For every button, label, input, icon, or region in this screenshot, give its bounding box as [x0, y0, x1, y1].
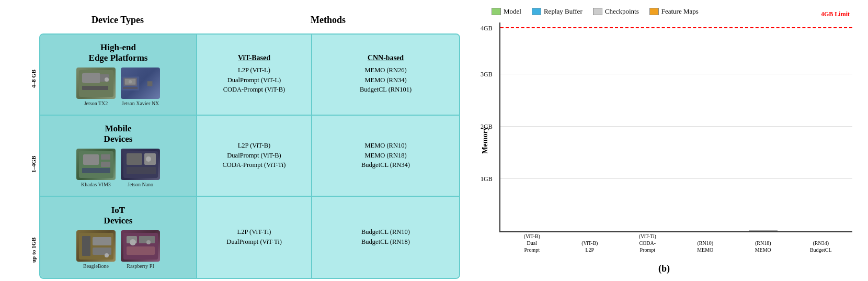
y-tick-1gb: 1GB — [481, 175, 493, 183]
device-img-box-khadas: Khadas VIM3 — [76, 149, 116, 187]
jetson-xavier-image — [121, 68, 160, 99]
feature-maps-legend-box — [649, 8, 659, 15]
model-legend-label: Model — [504, 7, 521, 16]
svg-rect-0 — [79, 70, 113, 97]
cell-cnn-highend: CNN-based MEMO (RN26)MEMO (RN34)BudgetCL… — [312, 35, 459, 115]
table-row: MobileDevices — [40, 116, 459, 197]
cnn-header-1: CNN-based — [368, 54, 404, 62]
bar-column-3: (ViT-Ti)CODA-Prompt — [619, 23, 677, 231]
bar-column-4: (RN10)MEMO — [677, 23, 735, 231]
bar-label-3: (ViT-Ti)CODA-Prompt — [631, 233, 665, 253]
svg-point-30 — [146, 240, 151, 244]
svg-rect-13 — [101, 162, 110, 167]
jetson-tx2-label: Jetson TX2 — [84, 100, 108, 106]
device-img-box-tx2: Jetson TX2 — [76, 68, 116, 106]
cell-device-highend: High-endEdge Platforms — [40, 35, 197, 115]
cnn-methods-1: MEMO (RN26)MEMO (RN34)BudgetCL (RN101) — [360, 65, 412, 95]
table-header: Device Types Methods — [39, 7, 460, 33]
bar-label-4: (RN10)MEMO — [690, 240, 721, 253]
legend-checkpoints: Checkpoints — [593, 7, 639, 16]
legend-model: Model — [492, 7, 521, 16]
vit-methods-1: L2P (ViT-L)DualPrompt (ViT-L)CODA-Prompt… — [223, 65, 285, 95]
device-images-2: Khadas VIM3 — [76, 149, 160, 187]
model-legend-box — [492, 8, 501, 15]
cell-cnn-mobile: MEMO (RN10)MEMO (RN18)BudgetCL (RN34) — [312, 116, 459, 196]
raspberry-pi-label: Raspberry PI — [127, 263, 154, 269]
bar-stack-5 — [749, 230, 778, 231]
y-tick-4gb: 4GB — [481, 25, 493, 32]
svg-rect-12 — [101, 154, 110, 160]
svg-rect-21 — [82, 236, 90, 256]
svg-rect-16 — [127, 153, 142, 165]
bar-label-5: (RN18)MEMO — [747, 240, 779, 253]
device-types-header: Device Types — [39, 15, 196, 26]
beaglebone-image — [76, 230, 116, 262]
device-img-box-beaglebone: BeagleBone — [76, 230, 116, 269]
raspberry-pi-image — [121, 230, 160, 262]
svg-rect-11 — [83, 154, 99, 165]
bar-column-1: (ViT-B)DualPrompt — [503, 23, 561, 231]
bars-container: (ViT-B)DualPrompt (ViT-B)L2P — [500, 23, 852, 231]
row-label-1: 4–8 GB — [30, 38, 37, 119]
row-labels: 4–8 GB 1–4GB up to 1GB — [10, 7, 39, 282]
methods-header: Methods — [196, 15, 460, 26]
svg-point-9 — [129, 80, 132, 83]
device-images-1: Jetson TX2 — [76, 68, 160, 106]
svg-rect-23 — [93, 248, 111, 255]
khadas-label: Khadas VIM3 — [81, 182, 111, 187]
bar-label-2: (ViT-B)L2P — [574, 240, 606, 253]
jetson-nano-label: Jetson Nano — [128, 182, 153, 187]
cnn-methods-3: BudgetCL (RN10)BudgetCL (RN18) — [361, 227, 410, 247]
vit-methods-2: L2P (ViT-B)DualPrompt (ViT-B)CODA-Prompt… — [223, 141, 286, 170]
table-body: High-endEdge Platforms — [39, 33, 460, 279]
svg-point-29 — [130, 239, 136, 245]
bar-label-6: (RN34)BudgetCL — [804, 240, 838, 253]
jetson-xavier-label: Jetson Xavier NX — [122, 100, 159, 106]
left-panel: 4–8 GB 1–4GB up to 1GB Device Types Meth… — [10, 7, 460, 282]
device-category-1: High-endEdge Platforms — [89, 42, 148, 64]
device-category-2: MobileDevices — [104, 123, 133, 145]
device-category-3: IoTDevices — [104, 205, 133, 227]
svg-rect-3 — [82, 86, 108, 90]
legend-feature-maps: Feature Maps — [649, 7, 699, 16]
device-images-3: BeagleBone — [76, 230, 160, 269]
cell-vit-highend: ViT-Based L2P (ViT-L)DualPrompt (ViT-L)C… — [197, 35, 312, 115]
device-img-box-xavier: Jetson Xavier NX — [121, 68, 160, 106]
svg-rect-1 — [82, 73, 97, 83]
cell-vit-iot: L2P (ViT-Ti)DualPrompt (ViT-Ti) — [197, 197, 312, 278]
cell-vit-mobile: L2P (ViT-B)DualPrompt (ViT-B)CODA-Prompt… — [197, 116, 312, 196]
replay-legend-label: Replay Buffer — [544, 7, 583, 16]
vit-methods-3: L2P (ViT-Ti)DualPrompt (ViT-Ti) — [226, 227, 282, 247]
legend-replay-buffer: Replay Buffer — [532, 7, 583, 16]
svg-rect-18 — [127, 167, 156, 174]
bar-label-1: (ViT-B)DualPrompt — [516, 233, 547, 253]
cell-cnn-iot: BudgetCL (RN10)BudgetCL (RN18) — [312, 197, 459, 278]
svg-rect-14 — [82, 168, 110, 173]
checkpoints-legend-label: Checkpoints — [605, 7, 639, 16]
jetson-nano-image — [121, 149, 160, 180]
svg-rect-8 — [123, 87, 138, 89]
table-row: High-endEdge Platforms — [40, 35, 459, 116]
main-container: 4–8 GB 1–4GB up to 1GB Device Types Meth… — [10, 7, 858, 274]
device-img-box-jetson-nano: Jetson Nano — [121, 149, 160, 187]
caption-b: (b) — [471, 263, 858, 274]
svg-point-4 — [105, 77, 109, 82]
bar-segment-checkpoints-5 — [749, 230, 778, 231]
chart-legend: Model Replay Buffer Checkpoints Feature … — [471, 7, 858, 16]
vit-header-1: ViT-Based — [238, 54, 270, 62]
svg-point-19 — [146, 156, 151, 162]
cell-device-iot: IoTDevices — [40, 197, 197, 278]
bar-column-2: (ViT-B)L2P — [561, 23, 619, 231]
replay-legend-box — [532, 8, 541, 15]
beaglebone-label: BeagleBone — [83, 263, 109, 269]
svg-rect-28 — [127, 246, 155, 255]
chart-wrapper: Memory 1GB 2GB 3GB 4GB 4GB Limit — [471, 20, 858, 261]
device-img-box-raspberry: Raspberry PI — [121, 230, 160, 269]
right-panel: Model Replay Buffer Checkpoints Feature … — [471, 7, 858, 274]
table-row: IoTDevices — [40, 197, 459, 278]
chart-area: 1GB 2GB 3GB 4GB 4GB Limit — [499, 23, 852, 232]
checkpoints-legend-box — [593, 8, 602, 15]
row-label-2: 1–4GB — [30, 123, 37, 205]
y-tick-3gb: 3GB — [481, 71, 493, 78]
feature-maps-legend-label: Feature Maps — [661, 7, 699, 16]
